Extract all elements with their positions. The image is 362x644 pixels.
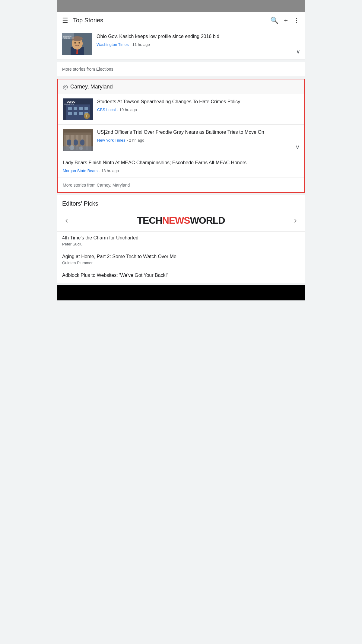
ohio-article-content: Ohio Gov. Kasich keeps low profile since… [97,33,300,47]
editors-picks-brand-row: ‹ TECHNEWSWORLD › [57,210,305,231]
ohio-chevron-icon[interactable]: ∨ [296,48,300,55]
svg-rect-19 [79,112,83,115]
svg-rect-14 [74,107,77,110]
towson-article-source: CBS Local [97,107,116,112]
svg-rect-36 [63,146,93,151]
svg-rect-32 [67,139,71,146]
lady-bears-article-time: - 13 hr. ago [99,168,119,173]
svg-point-37 [69,145,74,150]
freddie-gray-article-source: New York Times [97,138,125,143]
page-title: Top Stories [73,17,270,24]
menu-icon[interactable]: ☰ [62,17,68,24]
brand-world-text: WORLD [190,215,225,226]
ohio-article-time: - 11 hr. ago [130,42,150,47]
svg-point-6 [74,42,76,43]
lady-bears-article-title: Lady Bears Finish Ninth At MEAC Champion… [63,159,299,166]
towson-article-thumb: TOWSO UNIVERSI T [63,98,93,120]
svg-text:FOREIGN: FOREIGN [63,37,70,39]
brand-next-arrow[interactable]: › [291,216,300,225]
ohio-article-source: Washington Times [97,42,129,47]
editors-article-2-title: Aging at Home, Part 2: Some Tech to Watc… [62,254,300,259]
svg-rect-16 [84,107,88,110]
towson-article-time: - 19 hr. ago [117,107,137,112]
freddie-gray-article-thumb [63,129,93,151]
local-section-carney: ◎ Carney, Maryland TOWSO UNIVERSI [57,79,305,193]
more-icon[interactable]: ⋮ [293,17,300,24]
towson-article-title: Students At Towson Spearheading Changes … [97,98,299,105]
location-pin-icon: ◎ [63,83,68,90]
editors-article-3-title: Adblock Plus to Websites: 'We've Got You… [62,273,300,278]
app-header: ☰ Top Stories 🔍 + ⋮ [57,12,305,29]
editors-article-2-author: Quinten Plummer [62,261,300,265]
lady-bears-article-source: Morgan State Bears [63,168,98,173]
svg-point-7 [78,42,80,43]
more-elections-link[interactable]: More stories from Elections [57,62,305,76]
svg-text:TOWSO: TOWSO [65,100,75,103]
ohio-article-row[interactable]: COUNCIL FOREIGN Ohio Gov. Kasich keeps l… [57,29,305,59]
svg-rect-34 [80,139,84,146]
freddie-gray-article-content: US|2nd Officer's Trial Over Freddie Gray… [97,129,299,143]
ohio-article-thumb: COUNCIL FOREIGN [62,33,92,55]
freddie-gray-article-title: US|2nd Officer's Trial Over Freddie Gray… [97,129,299,136]
editors-picks-section: Editors' Picks ‹ TECHNEWSWORLD › 4th Tim… [57,195,305,283]
svg-text:UNIVERSI: UNIVERSI [64,103,74,105]
ohio-article-title: Ohio Gov. Kasich keeps low profile since… [97,33,300,40]
header-actions: 🔍 + ⋮ [270,17,300,24]
svg-point-38 [79,146,83,150]
editors-article-1-author: Peter Suciu [62,242,300,246]
svg-rect-13 [68,107,72,110]
brand-news-text: NEWS [162,215,190,226]
towson-article-content: Students At Towson Spearheading Changes … [97,98,299,112]
svg-rect-15 [79,107,83,110]
editors-article-1[interactable]: 4th Time's the Charm for Uncharted Peter… [57,231,305,250]
svg-text:T: T [85,114,87,118]
search-icon[interactable]: 🔍 [270,17,278,24]
editors-article-1-title: 4th Time's the Charm for Uncharted [62,235,300,241]
lady-bears-article-row[interactable]: Lady Bears Finish Ninth At MEAC Champion… [58,155,304,178]
add-icon[interactable]: + [284,17,288,24]
svg-rect-35 [64,133,91,135]
status-bar [57,0,305,12]
svg-rect-18 [74,112,77,115]
local-section-title: Carney, Maryland [70,84,113,90]
freddie-gray-article-time: - 2 hr. ago [127,138,144,143]
editors-article-2[interactable]: Aging at Home, Part 2: Some Tech to Watc… [57,250,305,269]
brand-tech-text: TECH [137,215,162,226]
local-section-header: ◎ Carney, Maryland [58,79,304,94]
freddie-gray-article-row[interactable]: US|2nd Officer's Trial Over Freddie Gray… [58,125,304,155]
more-elections-row[interactable]: More stories from Elections [57,62,305,76]
bottom-nav-bar [57,285,305,300]
more-carney-link[interactable]: More stories from Carney, Maryland [58,178,304,192]
ohio-article-card: COUNCIL FOREIGN Ohio Gov. Kasich keeps l… [57,29,305,59]
brand-prev-arrow[interactable]: ‹ [62,216,71,225]
freddie-gray-chevron-icon[interactable]: ∨ [295,143,300,151]
brand-logo: TECHNEWSWORLD [71,215,291,226]
editors-picks-title: Editors' Picks [57,195,305,210]
towson-article-row[interactable]: TOWSO UNIVERSI T Students At Towson Spea… [58,94,304,125]
svg-rect-17 [68,112,72,115]
editors-article-3[interactable]: Adblock Plus to Websites: 'We've Got You… [57,269,305,283]
svg-rect-33 [74,139,78,146]
